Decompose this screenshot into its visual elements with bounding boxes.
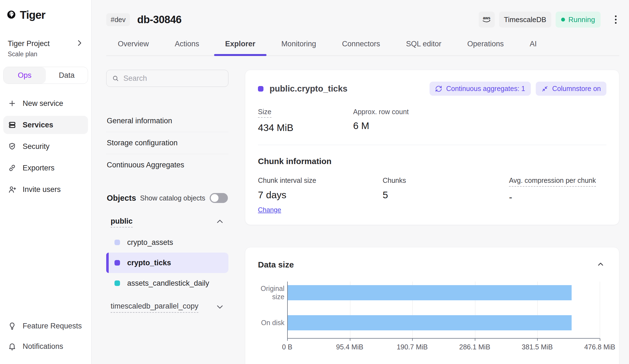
main-panels: public.crypto_ticks Continuous aggregate… [245, 70, 619, 364]
servers-icon [8, 121, 17, 129]
sidebar-item-label: Exporters [23, 164, 55, 172]
sidebar-item-label: Security [23, 142, 50, 151]
mode-switch: Ops Data [3, 67, 88, 84]
menu-item-storage-configuration[interactable]: Storage configuration [106, 132, 228, 154]
footer-item-label: Feature Requests [23, 322, 82, 330]
data-size-title: Data size [258, 260, 294, 269]
aws-logo-icon: aws [481, 15, 492, 24]
avg-compression-label: Avg. compression per chunk [509, 176, 596, 187]
group-name: timescaledb_parallel_copy [111, 302, 198, 313]
toggle-knob [211, 194, 218, 202]
sidebar-item-invite-users[interactable]: Invite users [3, 180, 88, 199]
explorer-nav: General information Storage configuratio… [106, 70, 228, 364]
mode-option-ops[interactable]: Ops [4, 67, 46, 84]
chevron-down-icon [216, 303, 224, 312]
sidebar-item-exporters[interactable]: Exporters [3, 159, 88, 177]
chunk-interval-col: Chunk interval size 7 days Change [258, 176, 383, 214]
axis-tick [350, 338, 350, 341]
sidebar-item-label: Invite users [23, 185, 61, 194]
tree-item-crypto-ticks[interactable]: crypto_ticks [106, 253, 228, 273]
brand-name: Tiger [20, 9, 45, 21]
search-box [106, 70, 228, 87]
table-chips: Continuous aggregates: 1 Columnstore on [430, 82, 606, 96]
size-value: 434 MiB [258, 122, 353, 133]
search-input[interactable] [123, 74, 223, 83]
aws-provider-badge: aws [479, 12, 495, 28]
table-title: public.crypto_ticks [270, 84, 348, 94]
bell-icon [8, 342, 17, 351]
main-content: #dev db-30846 aws TimescaleDB Running [92, 0, 629, 364]
chart-x-labels: 0 B 95.4 MiB 190.7 MiB 286.1 MiB 381.5 M… [287, 343, 600, 352]
product-badge: TimescaleDB [499, 12, 551, 28]
lightbulb-icon [8, 322, 17, 330]
chunk-section-title: Chunk information [258, 157, 606, 166]
tab-monitoring[interactable]: Monitoring [281, 35, 316, 55]
sidebar: Tiger Tiger Project Scale plan Ops Data … [0, 0, 92, 364]
catalog-toggle-label: Show catalog objects [140, 194, 205, 202]
chunks-col: Chunks 5 [383, 176, 509, 214]
catalog-toggle[interactable] [210, 193, 228, 203]
y-label-on-disk: On disk [261, 318, 284, 327]
menu-item-continuous-aggregates[interactable]: Continuous Aggregates [106, 154, 228, 176]
link-icon [8, 164, 17, 172]
tab-explorer[interactable]: Explorer [225, 35, 255, 55]
y-label-original-size: Original size [258, 284, 284, 301]
table-info-card: public.crypto_ticks Continuous aggregate… [245, 70, 619, 225]
user-plus-icon [8, 185, 17, 194]
table-name: crypto_ticks [127, 259, 171, 267]
continuous-aggregates-chip[interactable]: Continuous aggregates: 1 [430, 82, 531, 96]
table-name: assets_candlestick_daily [127, 279, 209, 288]
chart-y-labels: Original size On disk [258, 282, 284, 338]
table-square-icon [114, 240, 120, 245]
tab-ai[interactable]: AI [530, 35, 537, 55]
chevron-right-icon [75, 39, 84, 48]
objects-header: Objects Show catalog objects [106, 193, 228, 203]
divider [258, 145, 606, 145]
sidebar-item-notifications[interactable]: Notifications [3, 338, 88, 355]
row-count-value: 6 M [353, 120, 409, 131]
gridline [600, 282, 600, 338]
sidebar-item-feature-requests[interactable]: Feature Requests [3, 318, 88, 334]
tree-item-assets-candlestick-daily[interactable]: assets_candlestick_daily [106, 273, 228, 293]
group-row-timescaledb-parallel-copy[interactable]: timescaledb_parallel_copy [106, 297, 228, 318]
sidebar-item-services[interactable]: Services [3, 116, 88, 134]
columnstore-chip[interactable]: Columnstore on [536, 82, 606, 96]
tab-overview[interactable]: Overview [118, 35, 149, 55]
header-badges: aws TimescaleDB Running [479, 12, 620, 28]
chunk-interval-label: Chunk interval size [258, 176, 316, 184]
chevron-up-icon [216, 218, 224, 227]
project-name: Tiger Project [8, 39, 50, 48]
table-square-icon [114, 260, 120, 266]
brand[interactable]: Tiger [3, 8, 88, 22]
sidebar-item-new-service[interactable]: New service [3, 94, 88, 113]
tiger-logo-icon [7, 10, 15, 20]
chunks-value: 5 [383, 189, 509, 200]
tab-connectors[interactable]: Connectors [342, 35, 380, 55]
collapse-chevron-up-icon[interactable] [595, 258, 606, 271]
tab-actions[interactable]: Actions [175, 35, 199, 55]
chip-label: Continuous aggregates: 1 [446, 85, 525, 93]
table-name: crypto_assets [127, 238, 173, 247]
env-tag-badge: #dev [106, 13, 130, 26]
project-selector[interactable]: Tiger Project [3, 39, 88, 48]
mode-option-data[interactable]: Data [46, 67, 88, 84]
kebab-menu-icon[interactable] [612, 13, 619, 26]
status-badge: Running [556, 12, 601, 28]
columnstore-icon [541, 85, 548, 92]
plus-icon [8, 99, 17, 108]
schema-row-public[interactable]: public [106, 212, 228, 232]
tree-item-crypto-assets[interactable]: crypto_assets [106, 232, 228, 253]
objects-heading: Objects [107, 194, 136, 203]
sidebar-item-security[interactable]: Security [3, 137, 88, 156]
tab-sql-editor[interactable]: SQL editor [406, 35, 441, 55]
chart-plot-area [287, 282, 600, 338]
tab-operations[interactable]: Operations [467, 35, 504, 55]
svg-text:aws: aws [483, 16, 490, 20]
chunks-label: Chunks [383, 176, 406, 184]
objects-tree: public crypto_assets crypto_ticks [106, 212, 228, 318]
data-size-header: Data size [258, 258, 606, 271]
project-plan: Scale plan [3, 50, 88, 58]
change-link[interactable]: Change [258, 206, 281, 214]
stat-size: Size 434 MiB [258, 108, 353, 133]
menu-item-general-information[interactable]: General information [106, 110, 228, 132]
